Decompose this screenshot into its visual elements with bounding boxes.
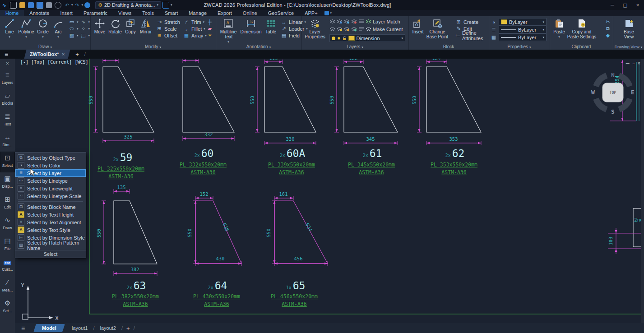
region-icon[interactable]: ⬚ xyxy=(80,32,87,38)
preview-icon[interactable] xyxy=(55,2,61,9)
offset-button[interactable]: Offset xyxy=(164,33,177,38)
menu-item-select-by-block-name[interactable]: ⊡Select by Block Name xyxy=(15,203,86,211)
color-dropdown[interactable]: ByLayer▾ xyxy=(499,18,547,26)
ellipse-icon[interactable]: ⬭ xyxy=(69,26,75,32)
mirror-button[interactable]: Mirror xyxy=(138,17,153,34)
sidebar-item-display[interactable]: ▣Disp... xyxy=(0,172,15,193)
layer-list-icon[interactable] xyxy=(358,19,364,24)
panel-annotation-label[interactable]: Annotation▾ xyxy=(216,44,301,49)
workspace-switch-icon[interactable] xyxy=(162,2,169,9)
layer-match-icon[interactable] xyxy=(366,19,371,24)
sidebar-item-draw[interactable]: ∿Draw xyxy=(0,214,15,235)
multiline-text-button[interactable]: A Multiline Text▾ xyxy=(218,17,239,44)
menu-item-select-by-hatch-pattern[interactable]: ▨Select by Hatch Pattern Name xyxy=(15,241,86,249)
sidebar-item-edit[interactable]: ⊞Edit xyxy=(0,193,15,214)
layer-off-icon[interactable] xyxy=(329,19,335,24)
file-tabs-menu-icon[interactable]: ≡ xyxy=(5,51,8,58)
maximize-button[interactable]: ▢ xyxy=(619,0,631,10)
workspace-switch-dropdown-icon[interactable]: ▾ xyxy=(171,3,172,7)
layer-walk-icon[interactable] xyxy=(351,27,357,32)
fillet-button[interactable]: Fillet xyxy=(191,26,202,32)
hatch-icon[interactable]: ▨ xyxy=(69,32,75,38)
sun-icon[interactable]: ✹ xyxy=(337,36,341,41)
table-button[interactable]: Table xyxy=(263,17,279,44)
menu-item-select-by-linetype[interactable]: ⋯Select by Linetype xyxy=(15,177,86,185)
layer-on-icon[interactable] xyxy=(337,19,343,24)
make-current-icon[interactable] xyxy=(366,27,371,32)
layer-lock-icon[interactable] xyxy=(351,19,357,24)
paste-button[interactable]: Paste▾ xyxy=(551,17,567,39)
menu-item-select-by-object-type[interactable]: ⧉Select by Object Type xyxy=(15,154,86,162)
new-file-icon[interactable] xyxy=(10,2,17,9)
add-layout-button[interactable]: + xyxy=(124,325,133,332)
define-attributes-button[interactable]: Define Attributes xyxy=(462,30,489,41)
sidebar-item-customize[interactable]: PGPCust... xyxy=(0,255,15,276)
workspace-selector[interactable]: ⚙ 2D Drafting & Annota... ▾ xyxy=(95,1,161,9)
layout-menu-icon[interactable]: ≡ xyxy=(21,324,25,332)
tab-layout2[interactable]: layout2 xyxy=(96,325,120,331)
layer-isolate-icon[interactable] xyxy=(329,27,335,32)
copy-button[interactable]: Copy xyxy=(123,17,138,34)
tab-geoservice[interactable]: GeoService xyxy=(263,10,299,16)
layer-settings-icon[interactable] xyxy=(344,27,350,32)
create-block-button[interactable]: Create xyxy=(463,19,478,25)
layer-match-button[interactable]: Layer Match xyxy=(373,19,400,24)
tab-annotate[interactable]: Annotate xyxy=(24,10,55,16)
menu-item-select-by-text-height[interactable]: ASelect by Text Height xyxy=(15,211,86,218)
circle-button[interactable]: Circle▾ xyxy=(35,17,51,39)
redo-dropdown-icon[interactable]: ▾ xyxy=(82,3,83,7)
linear-button[interactable]: Linear xyxy=(289,19,303,25)
copy-clip-icon[interactable]: ⧉ xyxy=(605,26,611,32)
menu-item-select-by-text-alignment[interactable]: ASelect by Text Alignment xyxy=(15,218,86,226)
menu-item-select-by-color[interactable]: ◑Select by Color xyxy=(15,162,86,169)
save-as-icon[interactable] xyxy=(37,2,43,9)
tab-insert[interactable]: Insert xyxy=(55,10,78,16)
tab-model[interactable]: Model xyxy=(33,324,65,332)
cut-icon[interactable]: ✂ xyxy=(605,19,611,25)
doc-restore-icon[interactable]: ▫ xyxy=(633,60,635,66)
ribbon-style-icon[interactable] xyxy=(324,11,329,15)
doc-close-icon[interactable]: × xyxy=(638,60,640,66)
change-base-point-button[interactable]: Change Base Point xyxy=(426,17,449,39)
tab-parametric[interactable]: Parametric xyxy=(78,10,113,16)
sidebar-item-dim[interactable]: ↔Dim... xyxy=(0,131,15,152)
document-tab[interactable]: ZWToolBox* × xyxy=(24,50,70,59)
explode-icon[interactable]: ✶ xyxy=(207,32,213,38)
save-icon[interactable] xyxy=(28,2,34,8)
viewport-controls-label[interactable]: [-] [Top] [Current] [WCS] xyxy=(20,60,88,65)
tab-appplus[interactable]: APP+ xyxy=(299,10,323,16)
spline-icon[interactable]: ∿ xyxy=(80,19,87,25)
move-button[interactable]: Move xyxy=(92,17,107,34)
ribbon-style-dropdown-icon[interactable]: ▾ xyxy=(330,11,332,15)
sidebar-item-file[interactable]: ▤File xyxy=(0,235,15,255)
sidebar-item-layers[interactable]: ≡Layers xyxy=(0,69,15,89)
unlock-icon[interactable] xyxy=(343,36,347,41)
menu-item-select-by-lineweight[interactable]: ≡Select by Lineweight xyxy=(15,185,86,192)
field-button[interactable]: Field xyxy=(289,33,300,38)
vertical-scrollbar[interactable] xyxy=(641,59,644,323)
palette-close-icon[interactable]: × xyxy=(0,59,15,69)
panel-layers-label[interactable]: Layers▾ xyxy=(301,44,408,49)
sidebar-item-select[interactable]: ⊡Select xyxy=(0,152,15,172)
minimize-button[interactable]: ─ xyxy=(606,0,619,10)
menu-item-select-by-layer[interactable]: ≣Select by Layer xyxy=(15,169,86,177)
tab-layout1[interactable]: layout1 xyxy=(67,325,92,331)
sidebar-item-text[interactable]: ≣Text xyxy=(0,110,15,131)
panel-properties-label[interactable]: Properties▾ xyxy=(489,44,550,49)
rectangle-icon[interactable]: ▭ xyxy=(69,19,75,25)
menu-item-select-by-linetype-scale[interactable]: ∼Select by Linetype Scale xyxy=(15,192,86,200)
lineweight-dropdown[interactable]: ByLayer▾ xyxy=(499,26,547,33)
tab-manage[interactable]: Manage xyxy=(183,10,212,16)
point-icon[interactable]: ⁘ xyxy=(80,26,87,32)
open-file-icon[interactable] xyxy=(19,2,25,8)
trim-button[interactable]: Trim xyxy=(191,19,201,25)
base-view-button[interactable]: Base View xyxy=(619,17,639,39)
help-info-icon[interactable] xyxy=(84,2,90,8)
tab-export[interactable]: Export xyxy=(212,10,237,16)
break-icon[interactable]: ╪ xyxy=(207,19,213,25)
layer-dropdown[interactable]: ✹ Dimension ▾ xyxy=(329,34,405,42)
array-button[interactable]: Array xyxy=(191,33,203,38)
redo-icon[interactable]: ↷ xyxy=(74,2,80,8)
copy-paste-settings-button[interactable]: Copy and Paste Settings xyxy=(567,17,597,39)
polyline-button[interactable]: Polyline▾ xyxy=(17,17,35,39)
